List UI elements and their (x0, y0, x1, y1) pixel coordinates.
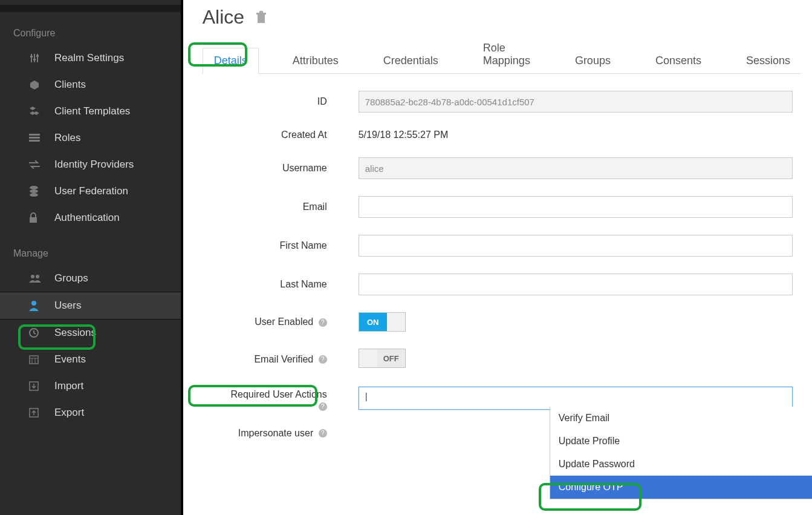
help-icon[interactable]: ? (319, 402, 327, 411)
cubes-icon (29, 107, 42, 116)
sidebar-item-label: Authentication (54, 212, 120, 224)
svg-rect-3 (30, 56, 33, 57)
sidebar-item-label: Users (54, 300, 81, 312)
svg-rect-5 (36, 55, 39, 57)
dropdown-item-configure-otp[interactable]: Configure OTP (550, 476, 812, 499)
toggle-handle (387, 313, 405, 331)
svg-rect-11 (29, 137, 40, 139)
list-icon (29, 134, 42, 142)
label-email: Email (203, 202, 333, 212)
calendar-icon (29, 355, 42, 364)
toggle-on-label: ON (359, 313, 387, 331)
sidebar-item-label: Roles (54, 132, 80, 144)
svg-rect-28 (256, 13, 266, 15)
tabs: Details Attributes Credentials Role Mapp… (203, 36, 801, 74)
sidebar-item-label: User Federation (54, 185, 128, 197)
sidebar-section-manage: Manage (0, 244, 181, 265)
sidebar-item-import[interactable]: Import (0, 373, 181, 399)
field-email[interactable] (359, 196, 793, 218)
sidebar-item-groups[interactable]: Groups (0, 265, 181, 292)
sliders-icon (29, 53, 42, 64)
sidebar-item-label: Realm Settings (54, 52, 124, 64)
sidebar-item-events[interactable]: Events (0, 346, 181, 373)
field-username[interactable] (359, 157, 793, 179)
sidebar-item-identity-providers[interactable]: Identity Providers (0, 151, 181, 178)
label-first-name: First Name (203, 240, 333, 251)
label-required-actions: Required User Actions ? (203, 387, 333, 411)
sidebar-item-label: Clients (54, 79, 86, 91)
svg-rect-12 (29, 140, 40, 142)
label-id: ID (203, 96, 333, 107)
sidebar-item-user-federation[interactable]: User Federation (0, 178, 181, 205)
tab-groups[interactable]: Groups (564, 48, 622, 73)
sidebar-item-authentication[interactable]: Authentication (0, 205, 181, 231)
label-username: Username (203, 163, 333, 174)
svg-point-14 (30, 189, 38, 193)
clock-icon (29, 328, 42, 338)
sidebar-item-export[interactable]: Export (0, 399, 181, 426)
label-impersonate-text: Impersonate user (238, 428, 314, 438)
sidebar-item-label: Client Templates (54, 105, 130, 117)
svg-marker-6 (30, 80, 39, 90)
required-actions-dropdown: Verify Email Update Profile Update Passw… (550, 407, 812, 499)
svg-point-15 (30, 193, 38, 197)
toggle-handle (359, 349, 377, 367)
label-created: Created At (203, 130, 333, 140)
export-icon (29, 408, 42, 418)
label-user-enabled: User Enabled ? (203, 317, 333, 327)
help-icon[interactable]: ? (319, 429, 327, 438)
label-required-actions-text: Required User Actions (231, 389, 327, 399)
tab-details[interactable]: Details (203, 48, 259, 74)
field-id (359, 91, 793, 113)
field-last-name[interactable] (359, 274, 793, 295)
toggle-user-enabled[interactable]: ON (359, 312, 406, 332)
sidebar-item-label: Export (54, 407, 84, 419)
import-icon (29, 381, 42, 391)
field-first-name[interactable] (359, 235, 793, 257)
exchange-icon (29, 160, 42, 169)
svg-rect-27 (258, 15, 265, 23)
main-content: Alice Details Attributes Credentials Rol… (183, 0, 812, 515)
sidebar-item-clients[interactable]: Clients (0, 71, 181, 98)
sidebar-item-sessions[interactable]: Sessions (0, 320, 181, 346)
dropdown-item-verify-email[interactable]: Verify Email (550, 407, 812, 430)
dropdown-item-update-profile[interactable]: Update Profile (550, 430, 812, 453)
sidebar-topstrip (0, 5, 181, 12)
sidebar-item-realm-settings[interactable]: Realm Settings (0, 45, 181, 71)
database-icon (29, 186, 42, 197)
tab-credentials[interactable]: Credentials (372, 48, 449, 73)
svg-rect-10 (29, 134, 40, 136)
sidebar-item-label: Identity Providers (54, 159, 134, 171)
svg-point-13 (30, 186, 38, 189)
cube-icon (29, 79, 42, 90)
dropdown-item-update-password[interactable]: Update Password (550, 453, 812, 476)
label-email-verified-text: Email Verified (254, 354, 313, 364)
help-icon[interactable]: ? (319, 318, 327, 327)
sidebar-item-label: Events (54, 353, 86, 366)
svg-point-19 (31, 301, 36, 306)
trash-icon[interactable] (255, 11, 267, 24)
sidebar: Configure Realm Settings Clients Client … (0, 0, 183, 515)
toggle-off-label: OFF (377, 349, 405, 367)
sidebar-item-label: Import (54, 380, 83, 392)
tab-attributes[interactable]: Attributes (282, 48, 349, 73)
sidebar-section-configure: Configure (0, 24, 181, 45)
svg-marker-9 (33, 111, 39, 115)
sidebar-item-label: Sessions (54, 327, 96, 339)
toggle-email-verified[interactable]: OFF (359, 349, 406, 368)
user-icon (29, 300, 42, 311)
svg-rect-16 (30, 217, 37, 223)
tab-consents[interactable]: Consents (645, 48, 712, 73)
lock-icon (29, 212, 42, 223)
svg-point-18 (36, 275, 39, 278)
tab-role-mappings[interactable]: Role Mappings (472, 36, 541, 73)
sidebar-item-roles[interactable]: Roles (0, 125, 181, 151)
tab-sessions[interactable]: Sessions (735, 48, 801, 73)
group-icon (29, 274, 42, 283)
svg-rect-29 (259, 11, 263, 13)
sidebar-item-client-templates[interactable]: Client Templates (0, 98, 181, 125)
page-title: Alice (203, 6, 244, 28)
help-icon[interactable]: ? (319, 355, 327, 364)
sidebar-item-users[interactable]: Users (0, 292, 181, 320)
svg-point-17 (31, 275, 34, 278)
